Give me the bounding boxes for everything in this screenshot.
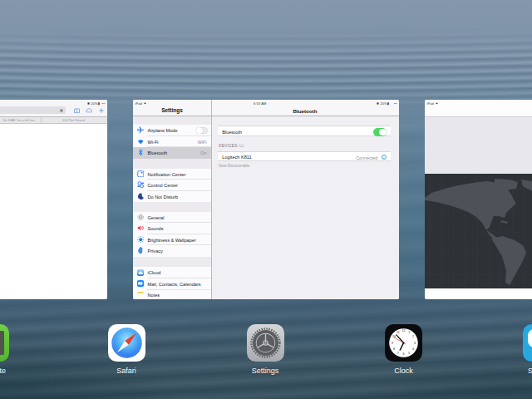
svg-text:5: 5	[408, 352, 410, 355]
svg-text:1: 1	[408, 331, 410, 334]
svg-text:4: 4	[412, 347, 414, 351]
svg-text:9: 9	[392, 342, 393, 345]
svg-text:7: 7	[397, 352, 399, 355]
svg-text:12: 12	[402, 329, 406, 332]
svg-text:6: 6	[403, 352, 405, 356]
svg-text:3: 3	[414, 342, 416, 345]
svg-text:11: 11	[397, 331, 400, 334]
svg-text:2: 2	[412, 335, 414, 338]
svg-text:8: 8	[393, 347, 395, 351]
